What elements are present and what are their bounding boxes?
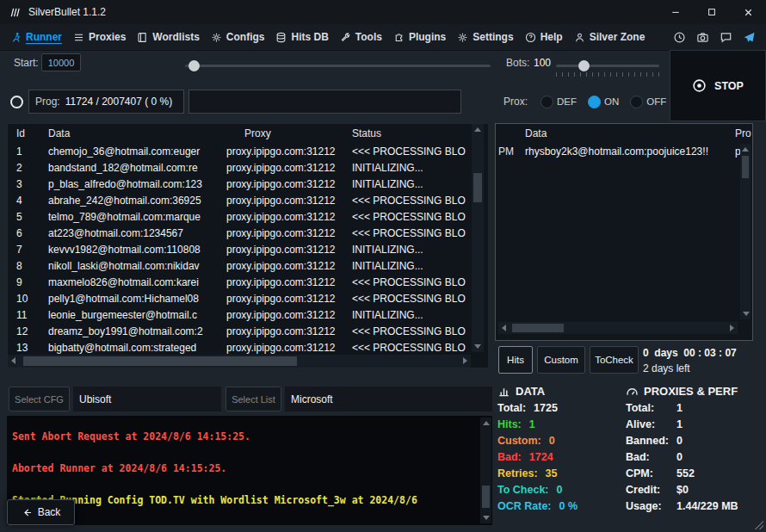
cell-status: <<< PROCESSING BLO	[352, 342, 488, 354]
scrollbar-thumb[interactable]	[473, 173, 482, 202]
table-row[interactable]: 1 chemojo_36@hotmail.com:euger proxy.ipi…	[8, 143, 488, 159]
stat-retries: Retries: 35	[497, 465, 578, 481]
column-header-proxy[interactable]: Pro	[735, 127, 752, 139]
slider-thumb[interactable]	[188, 60, 200, 71]
scroll-right-arrow-icon[interactable]	[730, 325, 734, 331]
scroll-right-arrow-icon[interactable]	[463, 357, 467, 364]
prox-option-label: OFF	[646, 96, 666, 107]
hits-vertical-scrollbar[interactable]	[740, 144, 751, 319]
scroll-down-arrow-icon[interactable]	[483, 516, 490, 520]
runner-icon	[10, 32, 22, 43]
table-row[interactable]: 5 telmo_789@hotmail.com:marque proxy.ipi…	[8, 208, 488, 225]
radio-dot-icon	[588, 96, 601, 108]
table-row[interactable]: 2 bandstand_182@hotmail.com:re proxy.ipi…	[8, 159, 488, 176]
table-row[interactable]: 4 abrahe_242@hotmail.com:36925 proxy.ipi…	[8, 192, 488, 208]
camera-icon[interactable]	[696, 31, 709, 44]
selected-wordlist-field[interactable]: Microsoft	[285, 387, 492, 411]
column-header-data[interactable]: Data	[525, 127, 735, 139]
prox-on-toggle[interactable]: ON	[588, 96, 619, 108]
scrollbar-thumb[interactable]	[742, 156, 749, 178]
stat-value: 1725	[534, 402, 558, 414]
table-row[interactable]: 9 maxmelo826@hotmail.com:karei proxy.ipi…	[8, 274, 488, 290]
column-header-proxy[interactable]: Proxy	[226, 127, 352, 139]
close-button[interactable]	[730, 0, 766, 24]
cell-id: 4	[8, 195, 40, 207]
table-row[interactable]: 11 leonie_burgemeester@hotmail.c proxy.i…	[8, 306, 488, 323]
scroll-up-arrow-icon[interactable]	[474, 127, 481, 132]
cell-proxy: proxy.ipipgo.com:31212	[226, 162, 352, 174]
tab-custom[interactable]: Custom	[537, 346, 585, 374]
nav-item-plugins[interactable]: Plugins	[393, 31, 446, 43]
table-row[interactable]: 12 dreamz_boy1991@hotmail.com:2 proxy.ip…	[8, 323, 488, 339]
scroll-left-arrow-icon[interactable]	[502, 325, 506, 331]
stat-value: 0 %	[559, 500, 578, 512]
maximize-button[interactable]	[694, 0, 730, 24]
stat-value: $0	[676, 484, 689, 496]
table-row[interactable]: 3 p_blas_alfredo@hotmail.com:123 proxy.i…	[8, 176, 488, 192]
nav-item-runner[interactable]: Runner	[10, 31, 62, 43]
stat-proxy-total: Total: 1	[626, 399, 738, 416]
table-vertical-scrollbar[interactable]	[472, 124, 484, 352]
start-slider[interactable]	[185, 60, 491, 71]
scroll-up-arrow-icon[interactable]	[483, 421, 490, 425]
nav-item-help[interactable]: Help	[525, 31, 563, 43]
scroll-up-arrow-icon[interactable]	[742, 147, 749, 152]
cell-id: 7	[8, 244, 40, 256]
back-label: Back	[38, 506, 61, 518]
nav-item-tools[interactable]: Tools	[340, 31, 382, 43]
prox-off-toggle[interactable]: OFF	[630, 96, 666, 108]
column-header-status[interactable]: Status	[352, 127, 488, 139]
cell-status: <<< PROCESSING BLO	[352, 195, 488, 207]
scrollbar-thumb[interactable]	[23, 356, 297, 366]
hitsdb-icon	[275, 32, 287, 43]
table-row[interactable]: 13 bigbatty@hotmail.com:strateged proxy.…	[8, 339, 488, 356]
scroll-down-arrow-icon[interactable]	[474, 344, 481, 349]
nav-item-wordlists[interactable]: Wordlists	[137, 31, 199, 43]
back-button[interactable]: Back	[7, 499, 75, 525]
prox-def-toggle[interactable]: DEF	[541, 96, 577, 108]
data-stats-panel: DATA Total: 1725 Hits: 1 Custom: 0 Bad: …	[497, 382, 578, 514]
select-cfg-button[interactable]: Select CFG	[9, 387, 70, 411]
progress-input[interactable]	[188, 90, 461, 114]
tab-tocheck[interactable]: ToCheck	[590, 346, 639, 374]
nav-item-silverzone[interactable]: Silver Zone	[574, 31, 646, 43]
stat-value: 0	[557, 484, 563, 496]
slider-thumb[interactable]	[578, 60, 590, 71]
scroll-down-arrow-icon[interactable]	[743, 312, 750, 316]
scrollbar-thumb[interactable]	[482, 486, 490, 508]
selected-config-field[interactable]: Ubisoft	[73, 387, 221, 411]
scroll-left-arrow-icon[interactable]	[11, 357, 15, 364]
nav-label: Plugins	[409, 31, 446, 43]
table-row[interactable]: 8 nikoll_laski@hotmail.com:nikidav proxy…	[8, 257, 488, 274]
slider-track	[185, 65, 491, 67]
send-icon[interactable]	[743, 31, 756, 44]
column-header-data[interactable]: Data	[40, 127, 226, 139]
history-icon[interactable]	[673, 31, 686, 44]
nav-item-settings[interactable]: Settings	[457, 31, 513, 43]
nav-item-configs[interactable]: Configs	[211, 31, 265, 43]
tab-hits[interactable]: Hits	[498, 346, 533, 374]
cell-data: leonie_burgemeester@hotmail.c	[40, 309, 226, 321]
resize-grip[interactable]	[754, 520, 763, 529]
start-input[interactable]	[41, 53, 81, 71]
nav-item-hitsdb[interactable]: Hits DB	[275, 31, 328, 43]
table-row[interactable]: 10 pelly1@hotmail.com:Hichamel08 proxy.i…	[8, 290, 488, 306]
bots-slider[interactable]	[556, 60, 659, 71]
table-horizontal-scrollbar[interactable]	[8, 355, 471, 368]
column-header-id[interactable]: Id	[8, 127, 40, 139]
nav-item-proxies[interactable]: Proxies	[73, 31, 126, 43]
scrollbar-thumb[interactable]	[512, 324, 564, 332]
minimize-button[interactable]	[658, 0, 694, 24]
table-row[interactable]: 7 kevvv1982@hotmail.com:110808 proxy.ipi…	[8, 241, 488, 257]
chat-icon[interactable]	[720, 31, 732, 44]
select-list-button[interactable]: Select List	[225, 387, 281, 411]
hits-horizontal-scrollbar[interactable]	[498, 322, 738, 334]
stat-value: 0	[676, 435, 683, 447]
stat-hits: Hits: 1	[497, 416, 578, 432]
stop-button[interactable]: STOP	[670, 50, 766, 121]
table-row[interactable]: 6 at223@hotmail.com:1234567 proxy.ipipgo…	[8, 225, 488, 241]
stat-ocr-rate: OCR Rate: 0 %	[497, 498, 578, 514]
progress-radio[interactable]	[10, 96, 23, 108]
log-vertical-scrollbar[interactable]	[480, 418, 491, 523]
hit-row[interactable]: PM rhysboy2k3@hotmail.com:poojuice123!! …	[496, 143, 752, 159]
